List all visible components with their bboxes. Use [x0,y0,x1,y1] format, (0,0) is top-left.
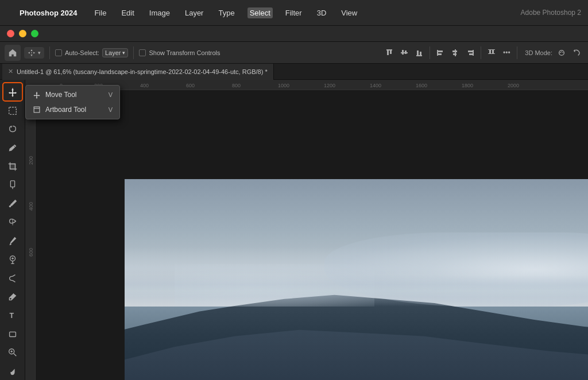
flyout-artboard-tool-key: V [109,106,113,113]
window-maximize-button[interactable] [31,30,38,37]
canvas-content[interactable] [36,90,588,380]
svg-rect-15 [473,50,474,56]
shape-tool-button[interactable] [3,325,22,343]
svg-rect-13 [452,51,457,52]
ruler-mark-800: 800 [232,83,278,88]
svg-marker-40 [33,91,40,99]
svg-rect-20 [489,50,491,53]
window-minimize-button[interactable] [19,30,26,37]
flyout-move-tool[interactable]: Move Tool V [26,87,119,102]
ruler-mark-1800: 1800 [462,83,508,88]
document-tab-bar: ✕ Untitled-1 @ 61,6% (tuscany-landscape-… [0,64,588,80]
menu-layer[interactable]: Layer [183,7,206,18]
svg-rect-12 [455,49,456,56]
svg-point-33 [10,298,11,300]
svg-point-22 [559,50,564,55]
svg-rect-1 [387,51,389,55]
svg-rect-3 [401,52,408,53]
svg-rect-17 [469,53,473,55]
transform-controls-label: Show Transform Controls [149,49,220,56]
toolbar-separator-2 [133,46,134,59]
svg-rect-27 [10,181,14,187]
menu-file[interactable]: File [92,7,109,18]
brush-tool-button[interactable] [3,139,22,156]
window-title: Adobe Photoshop 2 [521,9,581,17]
svg-rect-8 [420,52,421,55]
svg-line-37 [13,354,16,356]
menu-select[interactable]: Select [247,7,273,18]
3d-rotate-icon[interactable] [555,46,568,59]
auto-select-checkbox[interactable] [55,49,62,56]
fog-band [125,275,588,307]
ruler-mark-600: 600 [186,83,232,88]
align-right-icon[interactable] [464,46,477,59]
align-top-icon[interactable] [383,46,396,59]
align-left-icon[interactable] [434,46,447,59]
move-tool-selector[interactable]: ▾ [24,47,44,59]
canvas-image [125,179,588,380]
3d-undo-icon[interactable] [571,46,583,59]
svg-rect-18 [488,49,495,50]
ruler-mark-1600: 1600 [416,83,462,88]
ruler-mark-1000: 1000 [278,83,324,88]
options-toolbar: ▾ Auto-Select: Layer ▾ Show Transform Co… [0,42,588,64]
hand-tool-button[interactable] [3,363,22,380]
svg-point-30 [9,205,11,208]
move-tool-button[interactable] [3,83,22,100]
svg-rect-41 [34,107,40,113]
toolbar-separator-3 [430,46,430,59]
marquee-tool-button[interactable] [3,102,22,119]
flyout-artboard-tool[interactable]: Artboard Tool V [26,102,119,117]
app-name: Photoshop 2024 [20,9,77,17]
ruler-mark-2000: 2000 [508,83,554,88]
svg-rect-7 [417,51,419,55]
align-vertical-center-icon[interactable] [398,46,411,59]
document-tab-close-icon[interactable]: ✕ [8,68,13,75]
ruler-left-mark-400: 400 [28,165,34,211]
menu-view[interactable]: View [339,7,359,18]
menu-bar: Photoshop 2024 File Edit Image Layer Typ… [0,0,588,26]
svg-rect-5 [405,51,407,54]
move-tool-chevron-icon: ▾ [38,50,41,56]
transform-controls-checkbox[interactable] [139,49,146,56]
menu-filter[interactable]: Filter [283,7,304,18]
layer-dropdown[interactable]: Layer ▾ [102,48,129,57]
home-button[interactable] [5,45,21,61]
window-close-button[interactable] [7,30,14,37]
main-area: T [0,80,588,380]
eyedropper-tool-button[interactable] [3,176,22,193]
svg-rect-16 [468,51,473,52]
ruler-left: 0 200 400 600 [25,90,36,380]
canvas-area[interactable]: 0 200 400 600 800 1000 1200 1400 1600 18… [25,80,588,380]
lasso-tool-button[interactable] [3,121,22,138]
svg-rect-2 [390,51,392,54]
ruler-mark-1400: 1400 [370,83,416,88]
color-sample-tool-button[interactable] [3,195,22,212]
clone-stamp-tool-button[interactable] [3,251,22,268]
zoom-tool-button[interactable] [3,344,22,361]
svg-rect-19 [488,53,495,54]
menu-type[interactable]: Type [216,7,237,18]
align-bottom-icon[interactable] [413,46,425,59]
3d-mode-group: 3D Mode: [525,46,583,59]
svg-rect-11 [438,53,442,55]
more-options-label: ••• [503,49,510,57]
menu-edit[interactable]: Edit [119,7,136,18]
more-options-icon[interactable]: ••• [500,46,513,59]
crop-tool-button[interactable] [3,158,22,175]
paintbrush-tool-button[interactable] [3,232,22,250]
pen-tool-button[interactable] [3,288,22,305]
align-horizontal-center-icon[interactable] [449,46,462,59]
ruler-left-mark-600: 600 [28,211,34,257]
menu-image[interactable]: Image [147,7,172,18]
dodge-tool-button[interactable] [3,269,22,286]
transform-controls-group: Show Transform Controls [139,49,220,56]
document-tab[interactable]: ✕ Untitled-1 @ 61,6% (tuscany-landscape-… [2,64,274,80]
distribute-top-icon[interactable] [485,46,498,59]
healing-tool-button[interactable] [3,214,22,231]
svg-rect-0 [386,49,392,51]
svg-rect-35 [9,332,16,336]
svg-marker-23 [8,88,16,97]
menu-3d[interactable]: 3D [315,7,329,18]
text-tool-button[interactable]: T [3,307,22,324]
